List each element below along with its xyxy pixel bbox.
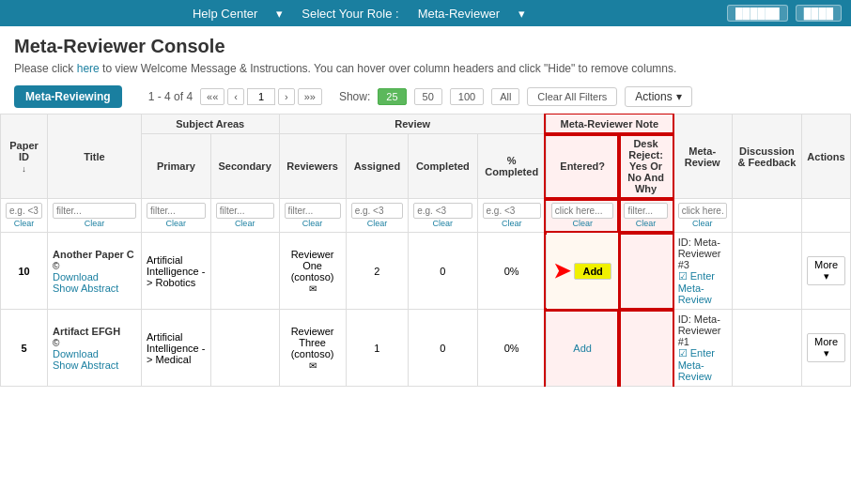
filter-entered-input[interactable] (551, 203, 614, 219)
row-pct-completed: 0% (477, 310, 546, 387)
meta-review-id: ID: Meta-Reviewer #1 (678, 313, 727, 347)
meta-review-id: ID: Meta-Reviewer #3 (678, 237, 727, 270)
row-reviewer: Reviewer Three (contoso) ✉ (279, 310, 346, 387)
filter-completed-clear[interactable]: Clear (413, 219, 472, 228)
filter-entered: Clear (546, 199, 619, 233)
pagination-display: 1 - 4 of 4 (148, 90, 193, 103)
filter-row: Clear Clear Clear Clear Clear (1, 199, 851, 233)
row-title: Artifact EFGH © Download Show Abstract (48, 310, 142, 387)
filter-title-input[interactable] (53, 203, 136, 219)
show-100-button[interactable]: 100 (450, 88, 484, 105)
enter-meta-review-link[interactable]: ☑ Enter Meta-Review (678, 347, 727, 382)
filter-secondary: Clear (210, 199, 279, 233)
row-entered: ➤ Add (546, 233, 619, 310)
sort-icon: ↓ (22, 164, 26, 174)
page-header: Meta-Reviewer Console Please click here … (0, 26, 851, 80)
row-completed: 0 (409, 310, 477, 387)
subtitle-post: to view Welcome Message & Instructions. … (100, 62, 677, 75)
download-link[interactable]: Download (53, 271, 136, 283)
more-button[interactable]: More ▾ (807, 333, 845, 362)
check-icon: ☑ (678, 347, 688, 359)
row-title: Another Paper C © Download Show Abstract (48, 233, 142, 310)
filter-title-clear[interactable]: Clear (53, 219, 136, 228)
top-navigation: Help Center ▾ Select Your Role : Meta-Re… (0, 0, 851, 26)
meta-reviewing-tab[interactable]: Meta-Reviewing (14, 85, 122, 108)
page-next-button[interactable]: › (278, 88, 295, 105)
filter-primary-input[interactable] (147, 203, 206, 219)
page-subtitle: Please click here to view Welcome Messag… (14, 62, 837, 75)
filter-desk-reject-clear[interactable]: Clear (624, 219, 667, 228)
copyright-icon: © (53, 338, 59, 348)
actions-caret: ▾ (676, 90, 682, 103)
desk-reject-header: Desk Reject: Yes Or No And Why (619, 134, 673, 199)
clear-filters-button[interactable]: Clear All Filters (527, 87, 617, 106)
row-assigned: 2 (346, 233, 409, 310)
subject-areas-group-header: Subject Areas (142, 115, 280, 134)
filter-paper-id-clear[interactable]: Clear (6, 219, 42, 228)
table-row: 10 Another Paper C © Download Show Abstr… (1, 233, 851, 310)
filter-pct: Clear (477, 199, 546, 233)
filter-assigned-clear[interactable]: Clear (351, 219, 404, 228)
row-discussion (732, 233, 801, 310)
row-meta-review: ID: Meta-Reviewer #1 ☑ Enter Meta-Review (673, 310, 732, 387)
here-link[interactable]: here (77, 62, 100, 75)
red-arrow-icon: ➤ (553, 259, 570, 283)
check-icon: ☑ (678, 270, 688, 282)
role-caret[interactable]: ▾ (518, 7, 525, 21)
meta-review-info: ID: Meta-Reviewer #3 ☑ Enter Meta-Review (678, 237, 727, 305)
enter-meta-review-link[interactable]: ☑ Enter Meta-Review (678, 270, 727, 305)
row-primary: Artificial Intelligence -> Medical (142, 310, 211, 387)
download-link[interactable]: Download (53, 348, 136, 359)
filter-meta-review-input[interactable] (678, 203, 727, 219)
add-entered-link[interactable]: Add (573, 343, 592, 354)
paper-title: Artifact EFGH (53, 326, 136, 337)
filter-assigned-input[interactable] (351, 203, 404, 219)
filter-primary-clear[interactable]: Clear (147, 219, 206, 228)
pct-completed-header: % Completed (477, 134, 546, 199)
page-last-button[interactable]: »» (298, 88, 322, 105)
filter-paper-id-input[interactable] (6, 203, 42, 219)
meta-review-info: ID: Meta-Reviewer #1 ☑ Enter Meta-Review (678, 313, 727, 382)
page-title: Meta-Reviewer Console (14, 36, 837, 57)
add-entered-button[interactable]: Add (574, 263, 611, 280)
user-button-1[interactable]: ██████ (727, 5, 788, 22)
filter-desk-reject-input[interactable] (624, 203, 667, 219)
filter-completed-input[interactable] (413, 203, 472, 219)
filter-reviewers-clear[interactable]: Clear (285, 219, 341, 228)
actions-button[interactable]: Actions ▾ (625, 86, 691, 107)
role-selector[interactable]: Meta-Reviewer (418, 7, 500, 21)
help-center-link[interactable]: Help Center (193, 7, 257, 21)
filter-primary: Clear (142, 199, 211, 233)
actions-label: Actions (635, 90, 672, 103)
filter-pct-input[interactable] (483, 203, 541, 219)
show-50-button[interactable]: 50 (414, 88, 442, 105)
more-button[interactable]: More ▾ (807, 256, 845, 285)
row-actions: More ▾ (802, 233, 851, 310)
pagination-controls: «« ‹ › »» (200, 88, 322, 105)
column-group-row: Paper ID ↓ Title Subject Areas Review Me… (1, 115, 851, 134)
filter-pct-clear[interactable]: Clear (483, 219, 541, 228)
filter-reviewers-input[interactable] (285, 203, 341, 219)
row-reviewer: Reviewer One (contoso) ✉ (279, 233, 346, 310)
show-abstract-link[interactable]: Show Abstract (53, 359, 136, 371)
show-abstract-link[interactable]: Show Abstract (53, 283, 136, 294)
filter-secondary-input[interactable] (216, 203, 274, 219)
user-area: ██████ ████ (727, 5, 842, 22)
show-all-button[interactable]: All (491, 88, 519, 105)
secondary-header: Secondary (210, 134, 279, 199)
user-button-2[interactable]: ████ (796, 5, 842, 22)
table-row: 5 Artifact EFGH © Download Show Abstract… (1, 310, 851, 387)
page-prev-button[interactable]: ‹ (227, 88, 244, 105)
help-center-caret[interactable]: ▾ (276, 7, 283, 21)
show-25-button[interactable]: 25 (378, 88, 406, 105)
filter-title: Clear (48, 199, 142, 233)
filter-secondary-clear[interactable]: Clear (216, 219, 274, 228)
page-input[interactable] (247, 88, 275, 105)
filter-actions (802, 199, 851, 233)
table-container: Paper ID ↓ Title Subject Areas Review Me… (0, 114, 851, 387)
filter-meta-review-clear[interactable]: Clear (678, 219, 727, 228)
row-paper-id: 10 (1, 233, 48, 310)
row-secondary (210, 310, 279, 387)
filter-entered-clear[interactable]: Clear (551, 219, 614, 228)
page-first-button[interactable]: «« (200, 88, 224, 105)
